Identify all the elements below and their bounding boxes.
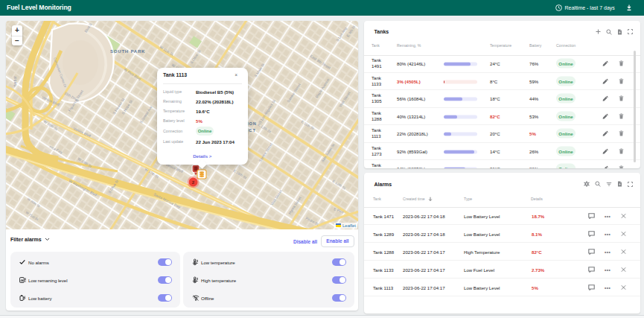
svg-text:Harbor: Harbor [13,76,17,88]
svg-text:SOUTH PARK: SOUTH PARK [110,49,145,54]
